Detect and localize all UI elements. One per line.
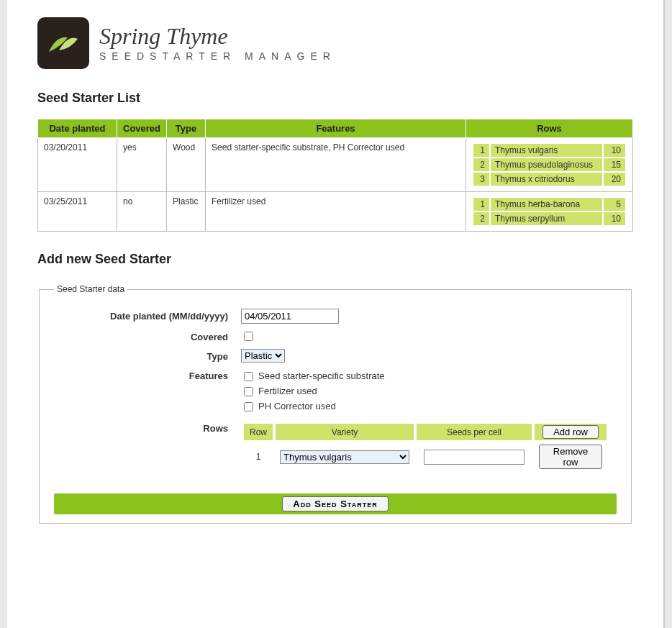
list-heading: Seed Starter List xyxy=(37,91,633,106)
submit-bar: Add Seed Starter xyxy=(54,493,617,514)
logo xyxy=(37,17,89,69)
leaf-icon xyxy=(46,29,81,58)
feature-label: Fertilizer used xyxy=(258,386,317,396)
col-seeds: Seeds per cell xyxy=(417,424,532,440)
add-seed-starter-button[interactable]: Add Seed Starter xyxy=(282,496,388,511)
row-count: 10 xyxy=(604,212,625,225)
table-row: 03/25/2011noPlasticFertilizer used1Thymu… xyxy=(38,192,633,232)
cell-rows: 1Thymus vulgaris102Thymus pseudolaginosu… xyxy=(466,138,633,192)
form-heading: Add new Seed Starter xyxy=(37,252,633,267)
label-rows: Rows xyxy=(54,421,241,434)
row-count: 10 xyxy=(604,144,625,157)
form-legend: Seed Starter data xyxy=(54,284,127,294)
cell-covered: yes xyxy=(117,138,167,192)
seed-starter-table: Date planted Covered Type Features Rows … xyxy=(37,119,633,232)
col-row-n: Row xyxy=(244,424,273,440)
feature-checkbox[interactable] xyxy=(244,372,253,381)
label-covered: Covered xyxy=(54,329,241,342)
col-covered: Covered xyxy=(117,119,167,138)
row-variety: Thymus pseudolaginosus xyxy=(491,158,602,171)
row-variety: Thymus serpyllum xyxy=(491,212,602,225)
row-n: 3 xyxy=(473,173,489,186)
type-select[interactable]: Plastic xyxy=(241,349,285,363)
feature-label: Seed starter-specific substrate xyxy=(258,370,385,381)
form-row-item: 1Thymus vulgarisRemove row xyxy=(244,443,607,470)
col-features: Features xyxy=(206,119,466,138)
row-count: 20 xyxy=(604,173,625,186)
cell-date: 03/20/2011 xyxy=(38,138,117,192)
form-fieldset: Seed Starter data Date planted (MM/dd/yy… xyxy=(39,284,632,524)
cell-rows: 1Thymus herba-barona52Thymus serpyllum10 xyxy=(466,192,633,232)
brand-title: Spring Thyme xyxy=(99,24,336,47)
row-count: 15 xyxy=(604,158,625,171)
col-variety: Variety xyxy=(276,424,414,440)
covered-checkbox[interactable] xyxy=(244,332,253,341)
row-count: 5 xyxy=(604,198,625,211)
seeds-input[interactable] xyxy=(424,450,525,465)
cell-type: Plastic xyxy=(167,192,206,232)
table-row: 03/20/2011yesWoodSeed starter-specific s… xyxy=(38,138,633,192)
col-rows: Rows xyxy=(466,119,633,138)
variety-select[interactable]: Thymus vulgaris xyxy=(280,450,409,464)
remove-row-button[interactable]: Remove row xyxy=(539,445,602,469)
col-date: Date planted xyxy=(38,119,117,138)
cell-covered: no xyxy=(117,192,167,232)
row-n: 2 xyxy=(473,158,489,171)
row-variety: Thymus x citriodorus xyxy=(491,173,602,186)
row-n: 1 xyxy=(473,144,489,157)
form-row-n: 1 xyxy=(244,443,273,470)
feature-checkbox[interactable] xyxy=(244,387,253,396)
date-input[interactable] xyxy=(241,309,339,324)
row-n: 2 xyxy=(473,212,489,225)
cell-date: 03/25/2011 xyxy=(38,192,117,232)
add-row-button[interactable]: Add row xyxy=(542,425,599,439)
label-features: Features xyxy=(54,368,241,381)
row-n: 1 xyxy=(473,198,489,211)
brand-subtitle: SEEDSTARTER MANAGER xyxy=(99,50,336,62)
feature-label: PH Corrector used xyxy=(258,401,336,411)
cell-type: Wood xyxy=(167,138,206,192)
col-type: Type xyxy=(167,119,206,138)
feature-checkbox[interactable] xyxy=(244,402,253,411)
rows-form-table: Row Variety Seeds per cell Add row 1Thym… xyxy=(241,421,609,473)
label-type: Type xyxy=(54,349,241,362)
row-variety: Thymus herba-barona xyxy=(491,198,602,211)
row-variety: Thymus vulgaris xyxy=(491,144,602,157)
label-date: Date planted (MM/dd/yyyy) xyxy=(54,309,241,322)
cell-features: Seed starter-specific substrate, PH Corr… xyxy=(206,138,466,192)
cell-features: Fertilizer used xyxy=(206,192,466,232)
